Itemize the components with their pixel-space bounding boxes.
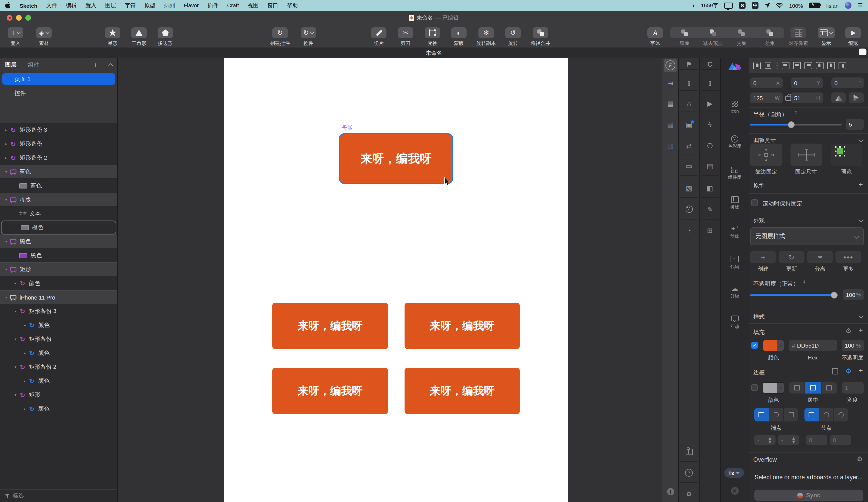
radius-slider-knob[interactable] xyxy=(788,121,795,128)
location-icon[interactable] xyxy=(765,3,770,8)
cap-square-option[interactable] xyxy=(784,408,798,421)
page-item-symbols[interactable]: 控件 xyxy=(2,88,115,98)
layer-row-2[interactable]: ▸↻矩形备份 2 xyxy=(0,151,117,165)
input-method-icon[interactable]: 中 xyxy=(752,2,759,9)
layer-expand-arrow[interactable]: ▾ xyxy=(3,170,9,174)
selection-plugin-icon[interactable]: ◧ xyxy=(700,183,720,193)
filter-bar[interactable]: 筛选 xyxy=(0,489,117,502)
pin-to-edge-button[interactable] xyxy=(750,144,782,166)
settings-gear-icon[interactable]: ⚙ xyxy=(679,489,699,499)
upload-plugin-icon[interactable]: ⇧ xyxy=(679,78,699,88)
layer-expand-arrow[interactable]: ▾ xyxy=(12,365,19,369)
layer-row-16[interactable]: ▸↻颜色 xyxy=(0,346,117,360)
menu-item-11[interactable]: 窗口 xyxy=(267,2,278,9)
layer-row-4[interactable]: 蓝色 xyxy=(0,179,117,193)
display-icon[interactable] xyxy=(725,2,733,9)
align-right-icon[interactable] xyxy=(805,62,812,69)
palette-plugin-icon[interactable] xyxy=(679,204,699,214)
more-style-button[interactable]: ●●● xyxy=(836,251,861,263)
distribute-vertically-icon[interactable] xyxy=(765,62,772,69)
layer-expand-arrow[interactable]: ▾ xyxy=(12,393,19,397)
layer-row-8[interactable]: ▾黑色 xyxy=(0,234,117,249)
toolbar-button-19[interactable]: 对齐像素 xyxy=(788,28,808,47)
image-edit-plugin-icon[interactable]: ✎ xyxy=(700,204,720,214)
grid-plugin-icon[interactable]: ▦ xyxy=(662,119,679,129)
toolbar-button-7[interactable]: 切片 xyxy=(371,28,386,47)
fill-hex-field[interactable]: #DD551D xyxy=(789,340,837,351)
toolbar-button-20[interactable]: 显示 xyxy=(818,28,835,47)
layer-row-7[interactable]: 橙色 xyxy=(1,220,116,234)
fix-on-scroll-checkbox[interactable] xyxy=(751,199,758,206)
layer-collapse-arrow[interactable]: ▸ xyxy=(3,156,9,160)
control-center-icon[interactable]: ☰ xyxy=(858,3,863,8)
menu-item-1[interactable]: 编辑 xyxy=(66,2,77,9)
layer-expand-arrow[interactable]: ▾ xyxy=(3,295,9,299)
layer-style-select[interactable]: 无图层样式 xyxy=(750,227,864,245)
sync-button[interactable]: Sync xyxy=(754,490,863,501)
border-width-field[interactable]: 1 xyxy=(842,382,864,394)
menubar-back-chevron[interactable]: ‹ xyxy=(692,1,695,9)
menu-item-12[interactable]: 帮助 xyxy=(287,2,298,9)
help-icon[interactable]: ? xyxy=(679,468,699,478)
swap-plugin-icon[interactable]: ⇄ xyxy=(679,140,699,151)
plugin-tab-icon[interactable]: icon xyxy=(721,100,749,114)
toolbar-button-8[interactable]: ✂剪刀 xyxy=(398,28,413,47)
toolbar-button-16[interactable]: 减去顶层 xyxy=(699,28,727,47)
update-style-button[interactable]: ↻ xyxy=(778,251,805,263)
toolbar-button-12[interactable]: ↺旋转 xyxy=(505,28,521,47)
fill-settings-gear-icon[interactable]: ⚙ xyxy=(846,327,851,334)
artboard-iphone-11-pro[interactable] xyxy=(224,58,568,502)
x-field[interactable]: 0X xyxy=(750,77,783,88)
layer-expand-arrow[interactable]: ▾ xyxy=(12,337,19,341)
add-border-icon[interactable]: + xyxy=(859,367,863,374)
opacity-value-field[interactable]: 100% xyxy=(843,289,864,300)
align-top-icon[interactable] xyxy=(816,62,824,69)
create-style-button[interactable]: + xyxy=(750,251,776,263)
plugin-tab-模版[interactable]: 模版 xyxy=(721,196,749,211)
fill-opacity-field[interactable]: 100% xyxy=(842,340,864,351)
dash-field-1[interactable]: -▲▼ xyxy=(754,435,776,445)
join-bevel-option[interactable] xyxy=(834,408,848,421)
wifi-icon[interactable] xyxy=(776,2,783,9)
delete-border-icon[interactable] xyxy=(832,369,838,375)
toolbar-button-11[interactable]: ✻旋转副本 xyxy=(476,28,496,47)
toolbar-button-5[interactable]: ↻创建控件 xyxy=(270,28,290,47)
document-tab[interactable]: 未命名 xyxy=(426,50,442,56)
plugin-tab-互动[interactable]: 互动 xyxy=(721,315,749,330)
layer-expand-arrow[interactable]: ▾ xyxy=(3,267,9,271)
plugin-tab-代码[interactable]: >_代码 xyxy=(721,255,749,270)
menu-item-3[interactable]: 图层 xyxy=(105,2,116,9)
symbol-instance-button-4[interactable]: 来呀，编我呀 xyxy=(404,368,520,414)
layer-collapse-arrow[interactable]: ▸ xyxy=(22,407,28,411)
layer-row-19[interactable]: ▾↻矩形 xyxy=(0,388,117,402)
master-button-selected[interactable]: 来呀，编我呀 xyxy=(339,133,453,184)
border-settings-gear-icon[interactable]: ⚙ xyxy=(846,368,851,375)
flinto-plugin-icon[interactable]: F xyxy=(662,60,679,70)
opacity-stepper[interactable]: ▲▼ xyxy=(803,280,805,284)
flip-horizontal-button[interactable] xyxy=(831,92,846,103)
rotation-field[interactable]: 0° xyxy=(831,77,864,88)
tab-components[interactable]: 组件 xyxy=(28,61,39,69)
border-outside-option[interactable] xyxy=(821,382,837,394)
join-miter-option[interactable] xyxy=(805,408,819,421)
cap-round-option[interactable] xyxy=(769,408,784,421)
toolbar-button-4[interactable]: 多边形 xyxy=(158,28,173,47)
border-joins-segment[interactable] xyxy=(805,408,848,421)
toolbar-button-9[interactable]: 变换 xyxy=(425,28,440,47)
symbol-instance-button-2[interactable]: 来呀，编我呀 xyxy=(404,303,520,349)
toolbar-button-21[interactable]: 预览 xyxy=(845,28,861,47)
plugin-tab-升级[interactable]: ☁升级 xyxy=(721,284,749,300)
menu-item-10[interactable]: 视图 xyxy=(248,2,259,9)
layer-row-13[interactable]: ▾↻矩形备份 3 xyxy=(0,304,117,318)
plugin-tab-动效[interactable]: ✦✧动效 xyxy=(721,224,749,240)
apple-menu-icon[interactable] xyxy=(5,2,11,9)
border-inside-option[interactable] xyxy=(789,382,805,394)
toolbar-button-15[interactable]: 联集 xyxy=(670,28,699,47)
toolbar-button-17[interactable]: 交集 xyxy=(727,28,756,47)
layer-expand-arrow[interactable]: ▾ xyxy=(3,198,9,202)
layer-collapse-arrow[interactable]: ▸ xyxy=(22,323,28,327)
border-enabled-checkbox[interactable] xyxy=(751,384,758,391)
menu-item-2[interactable]: 置入 xyxy=(85,2,96,9)
layer-row-11[interactable]: ▸↻颜色 xyxy=(0,276,117,290)
lock-ratio-icon[interactable] xyxy=(785,96,791,101)
